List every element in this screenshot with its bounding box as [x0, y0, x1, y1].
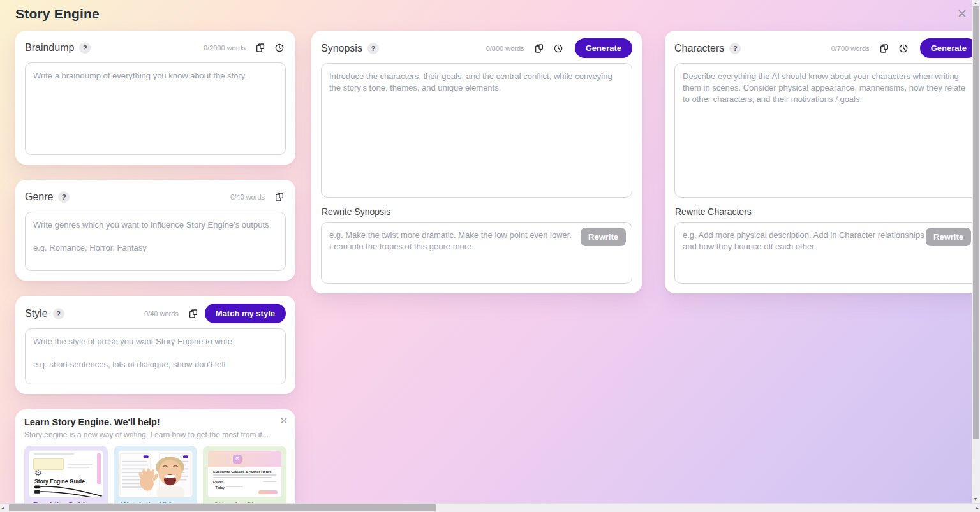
page-title: Story Engine	[15, 6, 100, 22]
synopsis-column: Synopsis ? 0/800 words Generate Rewrite …	[311, 31, 642, 309]
style-help-icon[interactable]: ?	[53, 308, 64, 319]
braindump-title: Braindump	[25, 42, 74, 54]
learn-close-icon[interactable]: ✕	[279, 416, 288, 425]
clipboard-icon[interactable]	[878, 42, 891, 55]
characters-column: Characters ? 0/700 words Generate Rewrit…	[665, 31, 980, 309]
generate-characters-button[interactable]: Generate	[920, 38, 977, 58]
presenter-illustration	[119, 451, 192, 497]
synopsis-word-count: 0/800 words	[486, 45, 524, 52]
characters-help-icon[interactable]: ?	[729, 43, 741, 54]
characters-input[interactable]	[674, 63, 977, 198]
scroll-right-arrow-icon[interactable]: ▸	[976, 506, 979, 511]
learn-card: Learn Story Engine. We'll help! ✕ Story …	[15, 409, 295, 512]
clipboard-icon[interactable]	[273, 191, 286, 203]
style-card: Style ? 0/40 words Match my style	[15, 296, 295, 394]
braindump-input[interactable]	[25, 62, 286, 155]
class-thumb-events: Events	[213, 480, 223, 484]
clipboard-icon[interactable]	[187, 307, 200, 320]
watch-video-card[interactable]: Watch the Video →	[114, 446, 197, 512]
read-guide-card[interactable]: ⚙ Story Engine Guide Read the Guide →	[24, 446, 108, 512]
genre-help-icon[interactable]: ?	[58, 191, 70, 203]
class-thumb-title: Sudowrite Classes & Author Hours	[213, 470, 271, 474]
style-input[interactable]	[25, 328, 286, 384]
attend-class-card[interactable]: ⚙ Sudowrite Classes & Author Hours Event…	[203, 446, 286, 512]
synopsis-help-icon[interactable]: ?	[368, 43, 379, 54]
video-thumbnail	[118, 450, 193, 497]
class-thumbnail: ⚙ Sudowrite Classes & Author Hours Event…	[207, 450, 282, 497]
gear-icon: ⚙	[34, 468, 42, 478]
rewrite-synopsis-label: Rewrite Synopsis	[322, 207, 632, 217]
style-word-count: 0/40 words	[144, 310, 179, 318]
genre-card: Genre ? 0/40 words	[15, 180, 295, 281]
horizontal-scrollbar[interactable]: ◂ ▸	[0, 503, 980, 512]
guide-thumbnail: ⚙ Story Engine Guide	[29, 450, 103, 497]
rewrite-characters-button[interactable]: Rewrite	[926, 228, 971, 246]
history-clock-icon[interactable]	[273, 41, 286, 54]
synopsis-card: Synopsis ? 0/800 words Generate Rewrite …	[311, 31, 642, 293]
vertical-scrollbar[interactable]: ▴ ▾	[972, 0, 980, 503]
genre-title: Genre	[25, 191, 53, 203]
characters-word-count: 0/700 words	[831, 45, 870, 52]
style-title: Style	[25, 308, 48, 319]
braindump-card: Braindump ? 0/2000 words	[15, 31, 295, 165]
characters-card: Characters ? 0/700 words Generate Rewrit…	[665, 31, 980, 293]
close-icon[interactable]: ✕	[957, 8, 967, 20]
clipboard-icon[interactable]	[254, 41, 267, 54]
learn-subtitle: Story engine is a new way of writing. Le…	[24, 430, 286, 439]
genre-word-count: 0/40 words	[230, 193, 265, 201]
rewrite-synopsis-button[interactable]: Rewrite	[581, 228, 626, 246]
learn-title: Learn Story Engine. We'll help!	[24, 417, 286, 427]
generate-synopsis-button[interactable]: Generate	[575, 38, 632, 58]
match-my-style-button[interactable]: Match my style	[205, 304, 286, 323]
rewrite-characters-label: Rewrite Characters	[675, 207, 977, 217]
scroll-left-arrow-icon[interactable]: ◂	[1, 506, 4, 511]
synopsis-title: Synopsis	[321, 43, 362, 54]
clipboard-icon[interactable]	[533, 42, 546, 55]
genre-input[interactable]	[25, 212, 286, 271]
class-thumb-today: Today	[216, 486, 225, 490]
class-thumb-button	[258, 490, 278, 494]
horizontal-scrollbar-thumb[interactable]	[9, 504, 436, 511]
vertical-scrollbar-thumb[interactable]	[973, 6, 979, 439]
characters-title: Characters	[674, 43, 724, 54]
left-column: Braindump ? 0/2000 words Genre ? 0/40 wo…	[15, 31, 295, 512]
history-clock-icon[interactable]	[552, 42, 565, 55]
scroll-down-arrow-icon[interactable]: ▾	[974, 497, 977, 502]
synopsis-input[interactable]	[321, 63, 632, 198]
cables-drawing	[29, 484, 103, 497]
braindump-help-icon[interactable]: ?	[79, 42, 91, 54]
braindump-word-count: 0/2000 words	[204, 44, 246, 52]
history-clock-icon[interactable]	[897, 42, 910, 55]
scroll-up-arrow-icon[interactable]: ▴	[974, 1, 977, 6]
sudowrite-app-icon: ⚙	[233, 455, 242, 464]
